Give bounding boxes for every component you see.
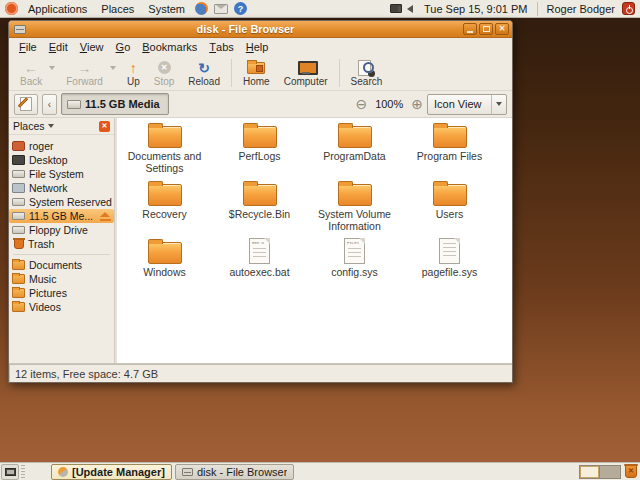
sidebar-item-music[interactable]: Music	[9, 272, 114, 286]
drive-icon	[12, 170, 25, 178]
menu-edit[interactable]: Edit	[43, 38, 74, 55]
file-item[interactable]: Program Files	[402, 121, 497, 179]
workspace-2[interactable]	[600, 466, 620, 478]
sidebar-item-network[interactable]: Network	[9, 181, 114, 195]
workspace-1[interactable]	[580, 466, 600, 478]
user-menu[interactable]: Roger Bodger	[542, 3, 621, 15]
taskbar-item-update-manager[interactable]: [Update Manager]	[51, 464, 172, 480]
menu-system[interactable]: System	[141, 0, 192, 17]
file-item[interactable]: Documents and Settings	[117, 121, 212, 179]
drive-icon	[67, 100, 81, 109]
file-item[interactable]: REM Dautoexec.bat	[212, 237, 307, 295]
firefox-launcher-icon[interactable]	[195, 2, 208, 15]
file-item[interactable]: ProgramData	[307, 121, 402, 179]
forward-label: Forward	[66, 76, 103, 87]
file-item[interactable]: PerfLogs	[212, 121, 307, 179]
file-item[interactable]: Users	[402, 179, 497, 237]
file-item[interactable]: Windows	[117, 237, 212, 295]
menu-view[interactable]: View	[74, 38, 110, 55]
menu-go[interactable]: Go	[110, 38, 137, 55]
sidebar-item-label: Pictures	[29, 287, 67, 299]
sidebar-item-documents[interactable]: Documents	[9, 258, 114, 272]
file-preview-text: REM D	[252, 241, 264, 245]
sidebar-item-pictures[interactable]: Pictures	[9, 286, 114, 300]
back-button[interactable]: ← Back	[13, 59, 49, 87]
clock[interactable]: Tue Sep 15, 9:01 PM	[419, 3, 533, 15]
forward-dropdown-icon[interactable]	[110, 66, 116, 70]
zoom-in-icon[interactable]: ⊕	[411, 97, 423, 111]
window-list-grip[interactable]	[21, 465, 25, 478]
home-button[interactable]: Home	[236, 56, 277, 90]
file-item[interactable]: pagefile.sys	[402, 237, 497, 295]
titlebar[interactable]: disk - File Browser ✕	[9, 21, 512, 38]
file-item[interactable]: Recovery	[117, 179, 212, 237]
file-item[interactable]: System Volume Information	[307, 179, 402, 237]
mail-launcher-icon[interactable]	[214, 4, 228, 14]
stop-button[interactable]: ✕ Stop	[147, 56, 182, 90]
reload-button[interactable]: ↻ Reload	[181, 56, 227, 90]
taskbar-item-file-browser[interactable]: disk - File Browser	[175, 464, 294, 480]
trash-applet-icon[interactable]	[625, 465, 637, 478]
sidebar-item-label: Trash	[28, 238, 54, 250]
menu-applications[interactable]: Applications	[21, 0, 94, 17]
file-item[interactable]: FILESconfig.sys	[307, 237, 402, 295]
show-desktop-button[interactable]	[1, 464, 19, 480]
menu-help[interactable]: Help	[240, 38, 275, 55]
file-item[interactable]: $Recycle.Bin	[212, 179, 307, 237]
stop-label: Stop	[154, 76, 175, 87]
search-button[interactable]: Search	[344, 56, 390, 90]
drive-icon	[12, 198, 25, 206]
back-dropdown-icon[interactable]	[49, 66, 55, 70]
minimize-button[interactable]	[463, 23, 477, 35]
menu-places[interactable]: Places	[94, 0, 141, 17]
menu-tabs[interactable]: Tabs	[203, 38, 239, 55]
up-button[interactable]: ↑ Up	[120, 56, 147, 90]
path-scroll-left-button[interactable]: ‹	[42, 94, 57, 115]
eject-icon[interactable]	[100, 212, 111, 221]
sidebar-item-11-5-gb-media[interactable]: 11.5 GB Me...	[9, 209, 114, 223]
power-icon[interactable]	[622, 2, 635, 15]
sidebar-item-trash[interactable]: Trash	[9, 237, 114, 251]
reload-label: Reload	[188, 76, 220, 87]
sidebar-item-label: roger	[29, 140, 54, 152]
top-panel-right: Tue Sep 15, 9:01 PM Roger Bodger	[390, 0, 640, 17]
close-button[interactable]: ✕	[495, 23, 509, 35]
sidebar-item-videos[interactable]: Videos	[9, 300, 114, 314]
path-button[interactable]: 11.5 GB Media	[61, 93, 169, 115]
view-mode-select[interactable]: Icon View	[427, 94, 507, 115]
help-launcher-icon[interactable]: ?	[234, 2, 247, 15]
sidebar-item-desktop[interactable]: Desktop	[9, 153, 114, 167]
forward-button[interactable]: → Forward	[59, 59, 110, 87]
drive-icon	[12, 212, 25, 220]
sidebar-item-system-reserved[interactable]: System Reserved	[9, 195, 114, 209]
view-mode-value: Icon View	[428, 98, 491, 110]
sidebar-header-select[interactable]: Places	[13, 120, 45, 132]
task-label: [Update Manager]	[72, 466, 165, 478]
volume-icon[interactable]	[407, 5, 413, 13]
sidebar-item-label: Music	[29, 273, 56, 285]
file-label: ProgramData	[323, 151, 385, 163]
stop-icon: ✕	[158, 61, 171, 74]
search-icon	[358, 60, 374, 75]
maximize-button[interactable]	[479, 23, 493, 35]
sidebar-close-icon[interactable]: ✕	[99, 121, 110, 132]
sidebar-item-file-system[interactable]: File System	[9, 167, 114, 181]
edit-location-button[interactable]	[14, 94, 38, 115]
chevron-down-icon	[496, 102, 502, 106]
folder-icon	[243, 126, 277, 148]
file-preview-text: FILES	[347, 241, 359, 245]
menu-file[interactable]: File	[13, 38, 43, 55]
sidebar-item-floppy-drive[interactable]: Floppy Drive	[9, 223, 114, 237]
file-label: Windows	[143, 267, 186, 279]
workspace-switcher[interactable]	[579, 465, 621, 479]
zoom-out-icon[interactable]: ⊖	[355, 97, 367, 111]
menubar: File Edit View Go Bookmarks Tabs Help	[9, 38, 512, 55]
sidebar-separator	[13, 254, 110, 255]
folder-icon	[148, 184, 182, 206]
icon-view[interactable]: Documents and Settings PerfLogs ProgramD…	[117, 118, 512, 363]
computer-button[interactable]: Computer	[277, 56, 335, 90]
file-label: Recovery	[142, 209, 186, 221]
menu-bookmarks[interactable]: Bookmarks	[136, 38, 203, 55]
ubuntu-logo-icon	[5, 2, 18, 15]
sidebar-item-roger[interactable]: roger	[9, 139, 114, 153]
